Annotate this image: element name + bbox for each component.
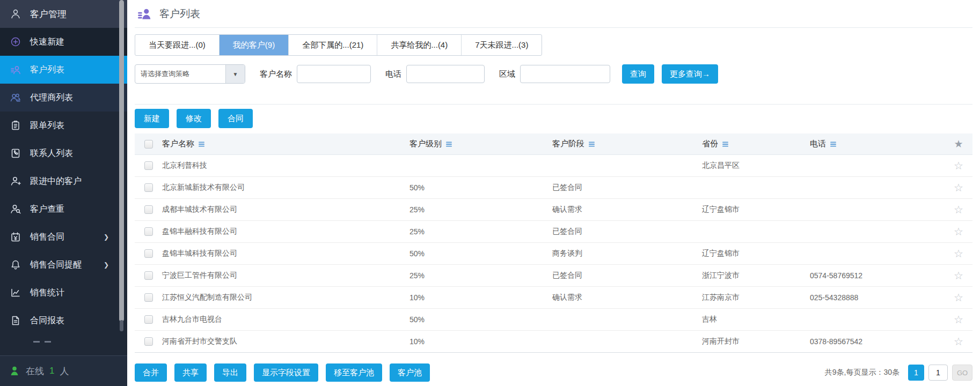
scrollbar-end-cap <box>120 320 123 331</box>
sidebar-item-quick-create[interactable]: 快速新建 <box>0 28 127 56</box>
sidebar-item-customer-list[interactable]: 客户列表 <box>0 56 127 84</box>
chevron-down-icon[interactable]: ▼ <box>225 65 245 83</box>
tab-shared-with-me[interactable]: 共享给我的...(4) <box>377 35 462 55</box>
more-search-button[interactable]: 更多查询→ <box>662 64 718 84</box>
favorite-star-icon[interactable]: ☆ <box>954 313 963 326</box>
column-menu-icon[interactable] <box>830 139 836 149</box>
favorite-star-icon[interactable]: ☆ <box>954 203 963 216</box>
plus-circle-icon <box>10 36 21 48</box>
online-unit: 人 <box>60 365 69 377</box>
customer-name-input[interactable] <box>297 65 371 83</box>
row-checkbox[interactable] <box>144 315 153 324</box>
table-row[interactable]: 河南省开封市交警支队10%河南开封市0378-89567542☆ <box>135 331 972 353</box>
modify-button[interactable]: 修改 <box>177 109 211 128</box>
table-row[interactable]: 宁波巨工管件有限公司25%已签合同浙江宁波市0574-58769512☆ <box>135 265 972 287</box>
favorite-star-icon[interactable]: ☆ <box>954 291 963 304</box>
sidebar-item-agent-list[interactable]: 代理商列表 <box>0 84 127 112</box>
sidebar-item-contract-report[interactable]: 合同报表 <box>0 307 127 335</box>
cell-customer-name: 吉林九台市电视台 <box>158 315 409 324</box>
sidebar-item-customer-dedupe[interactable]: 客户查重 <box>0 195 127 223</box>
column-menu-icon[interactable] <box>589 139 595 149</box>
column-menu-icon[interactable] <box>199 139 204 149</box>
online-person-icon <box>9 365 20 377</box>
export-button[interactable]: 导出 <box>214 363 246 382</box>
sidebar-item-label: 快速新建 <box>30 36 64 48</box>
sidebar-item-sales-contract-reminder[interactable]: 销售合同提醒❯ <box>0 251 127 279</box>
table-row[interactable]: 北京利普科技北京昌平区☆ <box>135 155 972 177</box>
row-checkbox[interactable] <box>144 205 153 214</box>
favorite-column-star-icon[interactable]: ★ <box>954 138 963 150</box>
go-button[interactable]: GO <box>952 365 972 381</box>
table-row[interactable]: 成都丰城技术有限公司25%确认需求辽宁盘锦市☆ <box>135 199 972 221</box>
row-checkbox[interactable] <box>144 271 153 280</box>
cell-customer-level: 10% <box>409 293 552 302</box>
column-header-province[interactable]: 省份 <box>702 139 810 149</box>
favorite-star-icon[interactable]: ☆ <box>954 159 963 172</box>
favorite-star-icon[interactable]: ☆ <box>954 247 963 260</box>
contract-button[interactable]: 合同 <box>218 109 253 128</box>
row-checkbox[interactable] <box>144 337 153 346</box>
sidebar-item-label: 销售统计 <box>30 287 64 299</box>
tab-today-followup[interactable]: 当天要跟进...(0) <box>135 35 220 55</box>
column-header-stage[interactable]: 客户阶段 <box>552 139 702 149</box>
cell-customer-name: 盘锦丰城科技有限公司 <box>158 249 409 258</box>
select-all-checkbox[interactable] <box>144 140 153 149</box>
table-row[interactable]: 吉林九台市电视台50%吉林☆ <box>135 309 972 331</box>
table-row[interactable]: 盘锦丰融科技有限公司25%已签合同☆ <box>135 221 972 243</box>
table-row[interactable]: 北京新城新技术有限公司50%已签合同☆ <box>135 177 972 199</box>
phone-label: 电话 <box>385 69 401 79</box>
sidebar-item-label: 联系人列表 <box>30 148 73 159</box>
customer-card-icon <box>10 64 21 76</box>
move-to-pool-button[interactable]: 移至客户池 <box>326 363 382 382</box>
bell-icon <box>10 259 21 271</box>
tab-seven-days-no-followup[interactable]: 7天未跟进...(3) <box>462 35 542 55</box>
merge-button[interactable]: 合并 <box>135 363 167 382</box>
favorite-star-icon[interactable]: ☆ <box>954 181 963 194</box>
cell-customer-name: 盘锦丰融科技有限公司 <box>158 227 409 236</box>
sidebar-item-contact-list[interactable]: 联系人列表 <box>0 139 127 167</box>
row-checkbox[interactable] <box>144 227 153 236</box>
column-header-level[interactable]: 客户级别 <box>409 139 552 149</box>
favorite-star-icon[interactable]: ☆ <box>954 225 963 238</box>
clipboard-icon <box>10 120 21 131</box>
filter-region: 区域 <box>499 65 610 83</box>
query-strategy-dropdown[interactable]: 请选择查询策略 ▼ <box>135 64 245 84</box>
search-button[interactable]: 查询 <box>622 64 654 84</box>
row-checkbox[interactable] <box>144 161 153 170</box>
row-checkbox[interactable] <box>144 293 153 302</box>
cell-customer-name: 宁波巨工管件有限公司 <box>158 271 409 280</box>
sidebar-item-sales-stats[interactable]: 销售统计 <box>0 279 127 307</box>
row-checkbox[interactable] <box>144 183 153 192</box>
sidebar: 客户管理 快速新建客户列表代理商列表跟单列表联系人列表跟进中的客户客户查重销售合… <box>0 0 127 386</box>
new-button[interactable]: 新建 <box>135 109 169 128</box>
share-button[interactable]: 共享 <box>174 363 207 382</box>
sidebar-online-status: 在线 1 人 <box>0 355 127 386</box>
sidebar-item-order-list[interactable]: 跟单列表 <box>0 112 127 139</box>
cell-customer-level: 25% <box>409 271 552 280</box>
chevron-right-icon: ❯ <box>104 261 109 269</box>
column-menu-icon[interactable] <box>446 139 452 149</box>
current-page-button[interactable]: 1 <box>908 365 924 381</box>
pagination: 共9条,每页显示：30条 1 GO <box>825 365 972 381</box>
sidebar-scrollbar[interactable] <box>119 0 124 332</box>
favorite-star-icon[interactable]: ☆ <box>954 335 963 348</box>
region-input[interactable] <box>520 65 610 83</box>
field-settings-button[interactable]: 显示字段设置 <box>254 363 318 382</box>
sidebar-item-following-customers[interactable]: 跟进中的客户 <box>0 167 127 195</box>
action-buttons: 新建修改合同 <box>135 109 972 128</box>
row-checkbox[interactable] <box>144 249 153 258</box>
sidebar-item-sales-contract[interactable]: 销售合同❯ <box>0 223 127 251</box>
tab-my-customers[interactable]: 我的客户(9) <box>220 35 289 55</box>
page-number-input[interactable] <box>928 365 948 381</box>
table-row[interactable]: 盘锦丰城科技有限公司50%商务谈判辽宁盘锦市☆ <box>135 243 972 265</box>
scrollbar-thumb[interactable] <box>119 0 124 322</box>
column-header-phone[interactable]: 电话 <box>810 139 945 149</box>
tab-all-subordinates[interactable]: 全部下属的...(21) <box>289 35 377 55</box>
customer-pool-button[interactable]: 客户池 <box>390 363 430 382</box>
column-menu-icon[interactable] <box>722 139 728 149</box>
phone-input[interactable] <box>406 65 485 83</box>
favorite-star-icon[interactable]: ☆ <box>954 269 963 282</box>
column-header-name[interactable]: 客户名称 <box>158 139 409 149</box>
table-row[interactable]: 江苏恒义汽配制造有限公司10%确认需求江苏南京市025-54328888☆ <box>135 287 972 309</box>
sidebar-header-customer-management[interactable]: 客户管理 <box>0 0 127 28</box>
